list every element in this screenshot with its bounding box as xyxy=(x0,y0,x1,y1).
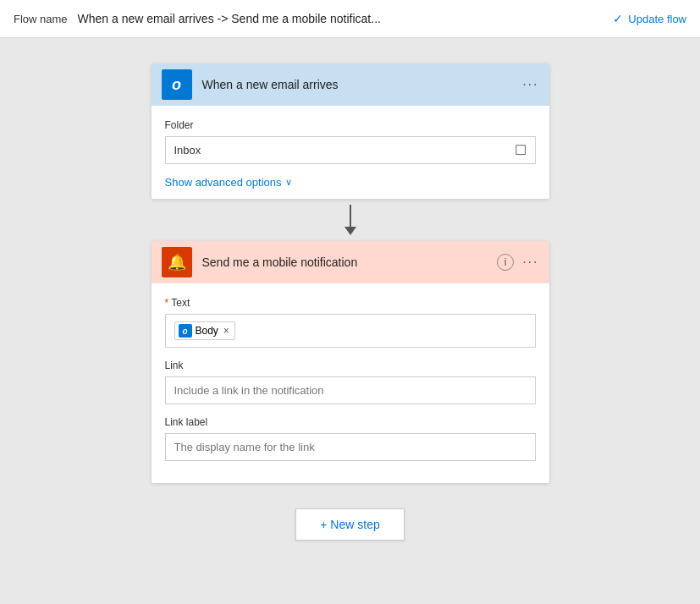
action-info-button[interactable]: i xyxy=(497,254,514,271)
update-flow-button[interactable]: ✓ Update flow xyxy=(613,12,686,25)
chevron-down-icon: ∨ xyxy=(285,177,292,188)
arrow-line xyxy=(350,205,351,227)
outlook-icon-container: o xyxy=(162,69,192,100)
check-icon: ✓ xyxy=(613,12,623,25)
bell-icon: 🔔 xyxy=(168,253,186,272)
folder-value: Inbox xyxy=(174,144,201,156)
trigger-label: When a new email arrives xyxy=(202,78,523,91)
new-step-button[interactable]: + New step xyxy=(295,508,404,541)
trigger-actions: ··· xyxy=(522,77,538,92)
top-bar: Flow name When a new email arrives -> Se… xyxy=(0,0,700,38)
link-field-group: Link xyxy=(165,360,536,404)
link-label-field-label: Link label xyxy=(165,416,536,428)
folder-input-container[interactable]: Inbox ☐ xyxy=(165,136,536,164)
tag-label: Body xyxy=(196,325,218,337)
text-input-area[interactable]: o Body × xyxy=(165,314,536,348)
bell-icon-container: 🔔 xyxy=(162,247,192,277)
action-actions: i ··· xyxy=(497,254,538,271)
trigger-card-header: o When a new email arrives ··· xyxy=(152,63,549,106)
action-card: 🔔 Send me a mobile notification i ··· Te… xyxy=(152,241,549,483)
trigger-card-body: Folder Inbox ☐ Show advanced options ∨ xyxy=(152,106,549,199)
flow-title: When a new email arrives -> Send me a mo… xyxy=(78,12,604,25)
new-step-label: + New step xyxy=(320,518,379,531)
outlook-icon: o xyxy=(172,76,181,94)
text-field-label: Text xyxy=(165,297,536,309)
folder-label: Folder xyxy=(165,119,536,131)
body-tag-chip: o Body × xyxy=(174,321,235,340)
flow-name-label: Flow name xyxy=(14,13,68,25)
trigger-card: o When a new email arrives ··· Folder In… xyxy=(152,63,549,199)
canvas: o When a new email arrives ··· Folder In… xyxy=(0,38,700,604)
tag-chip-outlook-icon: o xyxy=(179,324,192,338)
link-input[interactable] xyxy=(165,376,536,404)
arrow-connector xyxy=(344,199,356,241)
tag-close-icon[interactable]: × xyxy=(223,325,229,337)
update-flow-label: Update flow xyxy=(628,13,686,25)
trigger-more-options-button[interactable]: ··· xyxy=(522,77,538,92)
link-label-input[interactable] xyxy=(165,433,536,461)
action-card-header: 🔔 Send me a mobile notification i ··· xyxy=(152,241,549,283)
action-more-options-button[interactable]: ··· xyxy=(522,255,538,270)
link-field-label: Link xyxy=(165,360,536,371)
arrow-head xyxy=(344,227,356,235)
folder-field-group: Folder Inbox ☐ xyxy=(165,119,536,164)
action-card-body: Text o Body × Link Link label xyxy=(152,283,549,483)
show-advanced-options[interactable]: Show advanced options ∨ xyxy=(165,176,536,189)
link-label-field-group: Link label xyxy=(165,416,536,461)
action-label: Send me a mobile notification xyxy=(202,255,498,269)
folder-icon: ☐ xyxy=(515,142,526,158)
advanced-options-label: Show advanced options xyxy=(165,176,282,189)
text-field-group: Text o Body × xyxy=(165,297,536,348)
